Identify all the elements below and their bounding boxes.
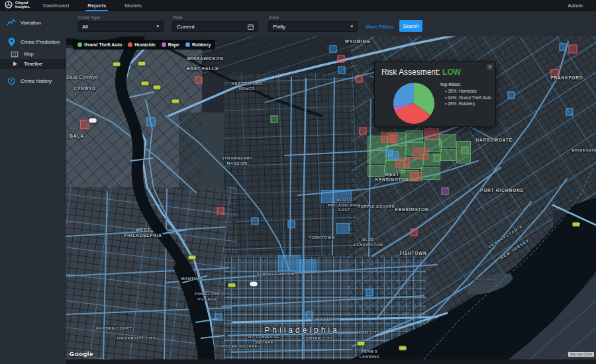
legend-dot-icon — [162, 42, 166, 47]
crime-type-value: All — [82, 24, 88, 30]
search-button[interactable]: Search — [399, 20, 422, 32]
legend-label: Robbery — [192, 42, 211, 47]
map-canvas[interactable]: WISSAHICKONEAST FALLSABBOTSFORD HOMESWYO… — [66, 36, 596, 359]
crime-marker[interactable] — [386, 150, 393, 157]
crime-marker[interactable] — [271, 116, 278, 123]
crime-marker[interactable] — [569, 45, 577, 54]
map-label: FISHTOWN — [400, 251, 427, 256]
risk-item: 34%: Grand Theft Auto — [445, 95, 494, 101]
crime-marker[interactable] — [252, 218, 259, 225]
sidebar-item-label: Variation — [21, 20, 41, 26]
map-label: GARDEN COURT — [96, 326, 132, 332]
route-shield-icon — [153, 85, 161, 90]
zone-value: Philly — [273, 24, 285, 30]
map-label: WEST KENSINGTON — [375, 172, 409, 182]
crime-marker[interactable] — [560, 44, 567, 51]
filter-time: Time Current — [172, 11, 258, 36]
map-label: BRIDESBURG — [572, 148, 596, 154]
pie-slice-robbery — [393, 83, 414, 107]
map-label: CYNWYD — [74, 86, 96, 91]
route-shield-icon — [572, 222, 580, 227]
sidebar-item-timeline[interactable]: Timeline — [0, 59, 66, 69]
crime-marker[interactable] — [215, 314, 223, 321]
tab-dashboard[interactable]: Dashboard — [41, 0, 71, 11]
map-label: WYOMING — [345, 39, 370, 44]
map-label: Petty Island — [475, 277, 498, 283]
top-nav: DashboardReportsModels — [41, 0, 144, 11]
google-logo: Google — [70, 350, 93, 357]
map-label: HARROWGATE — [475, 138, 513, 143]
sidebar-item-crime-prediction[interactable]: Crime Prediction — [0, 34, 66, 49]
time-select[interactable]: Current — [172, 21, 258, 32]
chart-icon — [7, 18, 16, 27]
tab-models[interactable]: Models — [123, 0, 144, 11]
map-label: OLD CITY — [359, 330, 380, 336]
crime-marker[interactable] — [366, 289, 373, 296]
map-label: NORRIS SQUARE — [358, 205, 395, 210]
crime-marker[interactable] — [288, 221, 295, 228]
heat-cell — [439, 134, 456, 148]
map-label: POWELTON VILLAGE — [195, 292, 220, 302]
crime-marker[interactable] — [217, 208, 224, 215]
crime-marker[interactable] — [434, 155, 441, 162]
legend-label: Grand Theft Auto — [84, 42, 122, 47]
crime-marker[interactable] — [330, 46, 337, 53]
crime-marker[interactable] — [360, 128, 367, 135]
popup-title: Risk Assesment: LOW — [381, 68, 461, 77]
heat-cell — [278, 255, 301, 271]
map-label: WEST PHILADELPHIA — [124, 228, 162, 238]
legend-item-grand-theft-auto: Grand Theft Auto — [77, 42, 122, 47]
close-icon[interactable]: ✕ — [487, 64, 493, 70]
sidebar-item-crime-history[interactable]: Crime history — [0, 73, 66, 88]
top-risks: Top Risks: 35%: Homicide34%: Grand Theft… — [440, 82, 494, 107]
map-label: FRANKFORD — [551, 75, 583, 81]
heat-cell — [336, 223, 350, 234]
play-icon — [10, 60, 19, 69]
crime-marker[interactable] — [566, 109, 573, 116]
crime-marker[interactable] — [411, 229, 418, 236]
map-label: KENSINGTON — [395, 207, 428, 212]
crime-type-label: Crime Type — [78, 15, 100, 20]
map-label: ABBOTSFORD HOMES — [232, 81, 263, 91]
legend-item-rape: Rape — [162, 42, 179, 47]
chevron-down-icon: ▾ — [156, 24, 159, 29]
tab-reports[interactable]: Reports — [85, 0, 108, 11]
heat-cell — [424, 128, 439, 139]
popup-title-text: Risk Assesment: — [381, 68, 440, 77]
crime-marker[interactable] — [338, 56, 345, 63]
crime-marker[interactable] — [147, 118, 156, 126]
risk-item: 28%: Robbery — [445, 101, 494, 107]
legend-item-robbery: Robbery — [185, 42, 211, 47]
sidebar: VariationCrime PredictionMapTimelineCrim… — [0, 11, 66, 364]
history-icon — [7, 76, 16, 85]
crime-marker[interactable] — [356, 75, 363, 83]
filter-bar: Crime Type All ▾ Time Current Zone Phil — [66, 11, 596, 36]
zone-select[interactable]: Philly ▾ — [268, 21, 358, 32]
crime-marker[interactable] — [338, 67, 346, 74]
map-label: EAST FALLS — [187, 66, 219, 71]
crime-type-select[interactable]: All ▾ — [77, 21, 164, 32]
map-label: CENTER CITY — [303, 336, 332, 341]
crime-marker[interactable] — [195, 77, 203, 84]
crime-marker[interactable] — [391, 135, 398, 142]
filter-zone: Zone Philly ▾ — [268, 11, 358, 36]
crime-marker[interactable] — [442, 188, 449, 195]
crime-marker[interactable] — [462, 147, 469, 154]
map-label: CHINATOWN — [313, 317, 340, 322]
route-shield-icon — [399, 346, 407, 351]
zone-label: Zone — [269, 15, 279, 20]
risk-item: 35%: Homicide — [445, 88, 494, 95]
sidebar-item-map[interactable]: Map — [0, 49, 66, 59]
brand: Citigraf Insights. — [5, 1, 36, 9]
legend-dot-icon — [128, 42, 132, 47]
admin-menu[interactable]: Admin — [568, 0, 583, 11]
map-label: PORT RICHMOND — [480, 188, 524, 193]
legend-label: Homicide — [134, 42, 156, 47]
more-filters-link[interactable]: More Filters — [366, 24, 393, 30]
crime-marker[interactable] — [508, 92, 515, 99]
brand-name: Citigraf Insights. — [15, 1, 36, 9]
sidebar-item-label: Crime Prediction — [21, 39, 60, 45]
sidebar-item-variation[interactable]: Variation — [0, 15, 66, 30]
map-label: RITTENHOUSE SQUARE — [248, 335, 280, 345]
map-label: YORKTOWN — [309, 236, 334, 241]
